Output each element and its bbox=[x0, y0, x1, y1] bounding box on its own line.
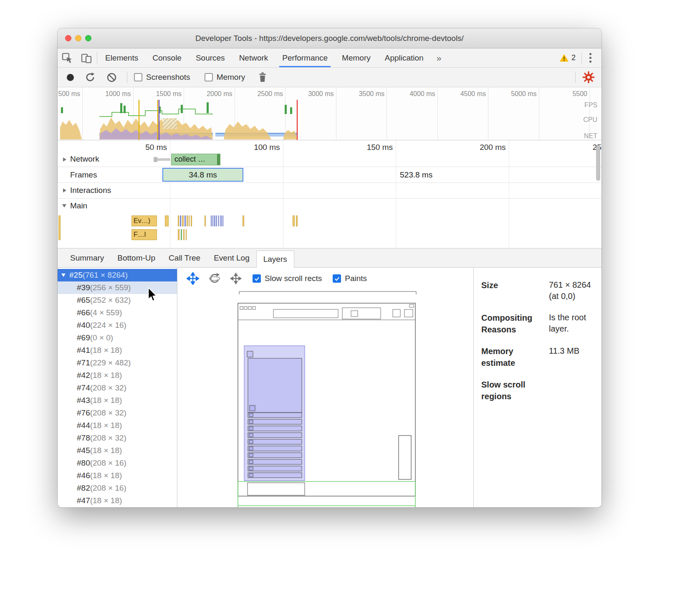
layers-3d-view[interactable] bbox=[177, 268, 474, 507]
layer-row[interactable]: #45(18 × 18) bbox=[58, 444, 177, 457]
layer-row[interactable]: #43(18 × 18) bbox=[58, 394, 177, 407]
network-track[interactable]: Network collect … bbox=[58, 153, 601, 167]
reset-transform-icon[interactable] bbox=[230, 273, 242, 284]
layer-row[interactable]: #76(208 × 32) bbox=[58, 407, 177, 419]
tab-sources[interactable]: Sources bbox=[189, 48, 232, 67]
screenshots-checkbox[interactable] bbox=[134, 73, 142, 81]
main-track-label: Main bbox=[70, 201, 87, 210]
layer-size: (224 × 16) bbox=[90, 321, 126, 330]
clear-recording-icon[interactable] bbox=[106, 72, 117, 83]
chevron-down-icon[interactable] bbox=[62, 204, 66, 208]
timeline-overview[interactable]: 500 ms1000 ms1500 ms2000 ms2500 ms3000 m… bbox=[58, 87, 601, 140]
frame-duration-label[interactable]: 523.8 ms bbox=[400, 170, 432, 180]
layer-row[interactable]: #82(208 × 16) bbox=[58, 482, 177, 494]
main-track[interactable]: Main Ev…) F…l bbox=[58, 199, 601, 248]
layer-row[interactable]: #46(18 × 18) bbox=[58, 469, 177, 482]
layer-row[interactable]: #39(256 × 559) bbox=[58, 281, 177, 294]
layer-row[interactable]: #40(224 × 16) bbox=[58, 319, 177, 332]
tab-console[interactable]: Console bbox=[145, 48, 189, 67]
layer-id: #40 bbox=[77, 321, 90, 330]
layer-id: #65 bbox=[77, 296, 90, 305]
flame-chart-area[interactable]: 50 ms100 ms150 ms200 ms250 ms Network co… bbox=[58, 140, 601, 248]
layers-canvas-pane[interactable]: Slow scroll rects Paints bbox=[177, 268, 474, 507]
console-warning-badge[interactable]: 2 bbox=[555, 53, 580, 62]
layer-row[interactable]: #69(0 × 0) bbox=[58, 332, 177, 344]
network-request-bar[interactable]: collect … bbox=[171, 154, 220, 165]
panel-tab-event-log[interactable]: Event Log bbox=[207, 248, 256, 267]
details-label: Compositing Reasons bbox=[481, 312, 545, 335]
layer-row[interactable]: #71(229 × 482) bbox=[58, 357, 177, 369]
pan-mode-icon[interactable] bbox=[187, 272, 199, 285]
warning-icon bbox=[559, 53, 569, 62]
lane-label-net: NET bbox=[583, 132, 598, 140]
layer-details-grid: Size761 × 8264(at 0,0)Compositing Reason… bbox=[481, 279, 596, 402]
minimize-window-button[interactable] bbox=[75, 35, 81, 41]
flame-function-bar[interactable]: F…l bbox=[131, 229, 157, 240]
layer-id: #42 bbox=[77, 371, 90, 380]
window-controls bbox=[65, 28, 91, 48]
panel-tab-bottom-up[interactable]: Bottom-Up bbox=[111, 248, 162, 267]
panel-tab-summary[interactable]: Summary bbox=[63, 248, 111, 267]
overview-tick-label: 4000 ms bbox=[409, 90, 437, 98]
layer-id: #69 bbox=[77, 333, 90, 342]
interactions-track[interactable]: Interactions bbox=[58, 183, 601, 199]
layer-row[interactable]: #41(18 × 18) bbox=[58, 344, 177, 357]
devtools-tabbar: ElementsConsoleSourcesNetworkPerformance… bbox=[58, 48, 601, 68]
selected-frame-bar[interactable]: 34.8 ms bbox=[162, 168, 243, 182]
divider bbox=[97, 52, 97, 63]
network-queueing-bar bbox=[155, 158, 170, 161]
more-tabs-button[interactable]: » bbox=[431, 48, 447, 67]
panel-tab-call-tree[interactable]: Call Tree bbox=[162, 248, 207, 267]
chevron-right-icon[interactable] bbox=[63, 188, 66, 193]
layer-id: #47 bbox=[77, 496, 90, 505]
close-window-button[interactable] bbox=[65, 35, 71, 41]
layer-size: (208 × 16) bbox=[90, 484, 126, 493]
layer-row[interactable]: #65(252 × 632) bbox=[58, 294, 177, 307]
layer-size: (4 × 559) bbox=[90, 308, 122, 317]
paints-checkbox[interactable] bbox=[333, 274, 341, 283]
tab-application[interactable]: Application bbox=[378, 48, 431, 67]
layer-size: (256 × 559) bbox=[90, 283, 131, 292]
layer-id: #43 bbox=[77, 396, 90, 405]
kebab-menu-icon[interactable] bbox=[584, 53, 597, 63]
overview-tick-label: 5500 bbox=[572, 90, 589, 98]
layer-row[interactable]: #25(761 × 8264) bbox=[58, 269, 177, 281]
flame-event-bar[interactable]: Ev…) bbox=[131, 215, 157, 226]
check-icon bbox=[254, 276, 260, 282]
tab-performance[interactable]: Performance bbox=[275, 48, 335, 67]
memory-checkbox[interactable] bbox=[205, 73, 213, 81]
layer-id: #76 bbox=[77, 408, 90, 418]
tab-memory[interactable]: Memory bbox=[335, 48, 378, 67]
chevron-right-icon[interactable] bbox=[63, 157, 66, 162]
zoom-window-button[interactable] bbox=[85, 35, 91, 41]
screenshots-label: Screenshots bbox=[146, 73, 190, 82]
capture-settings-gear-icon[interactable] bbox=[582, 71, 595, 84]
paints-label: Paints bbox=[345, 274, 367, 283]
layer-size: (18 × 18) bbox=[90, 446, 122, 455]
overview-chart bbox=[58, 100, 601, 140]
record-button[interactable] bbox=[67, 74, 74, 81]
device-toolbar-icon[interactable] bbox=[77, 48, 96, 67]
overview-tick-label: 1000 ms bbox=[105, 90, 133, 98]
tab-elements[interactable]: Elements bbox=[98, 48, 145, 67]
layer-row[interactable]: #42(18 × 18) bbox=[58, 369, 177, 382]
layer-id: #71 bbox=[77, 358, 90, 367]
reload-and-profile-icon[interactable] bbox=[85, 72, 96, 83]
layer-row[interactable]: #78(208 × 32) bbox=[58, 432, 177, 444]
rotate-mode-icon[interactable] bbox=[208, 272, 221, 285]
divider bbox=[575, 71, 576, 83]
panel-tab-layers[interactable]: Layers bbox=[256, 251, 294, 268]
layer-size: (229 × 482) bbox=[90, 358, 131, 367]
chevron-down-icon[interactable] bbox=[61, 274, 66, 277]
frames-track[interactable]: Frames 34.8 ms 523.8 ms bbox=[58, 167, 601, 183]
tab-network[interactable]: Network bbox=[232, 48, 275, 67]
layer-row[interactable]: #66(4 × 559) bbox=[58, 307, 177, 319]
trash-icon[interactable] bbox=[258, 72, 268, 83]
layer-row[interactable]: #80(208 × 16) bbox=[58, 457, 177, 469]
layer-row[interactable]: #47(18 × 18) bbox=[58, 494, 177, 507]
vertical-scrollbar[interactable] bbox=[596, 145, 600, 181]
layer-row[interactable]: #44(18 × 18) bbox=[58, 419, 177, 432]
inspect-element-icon[interactable] bbox=[58, 48, 77, 67]
slow-scroll-rects-checkbox[interactable] bbox=[253, 274, 261, 283]
layer-row[interactable]: #74(208 × 32) bbox=[58, 382, 177, 394]
